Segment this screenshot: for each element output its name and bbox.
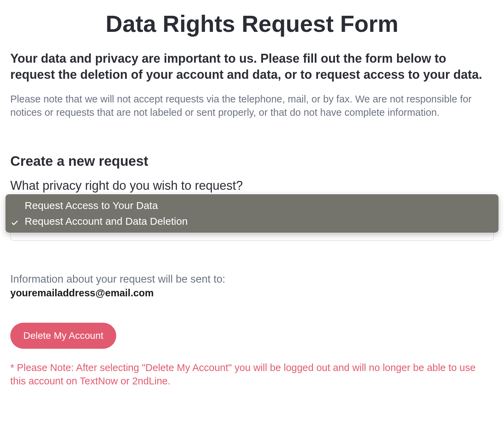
dropdown-option-label: Request Account and Data Deletion <box>25 215 188 227</box>
privacy-right-question: What privacy right do you wish to reques… <box>10 178 494 193</box>
privacy-right-dropdown-list: Request Access to Your Data Request Acco… <box>5 194 499 233</box>
info-sent-to-label: Information about your request will be s… <box>10 273 494 285</box>
delete-warning-text: * Please Note: After selecting "Delete M… <box>10 361 494 388</box>
check-icon <box>11 218 19 225</box>
dropdown-option-label: Request Access to Your Data <box>25 200 158 211</box>
privacy-right-select[interactable]: Request Access to Your Data Request Acco… <box>10 194 494 242</box>
section-title: Create a new request <box>10 153 494 169</box>
disclaimer-text: Please note that we will not accept requ… <box>10 92 494 119</box>
page-title: Data Rights Request Form <box>10 10 494 37</box>
dropdown-option-delete-account[interactable]: Request Account and Data Deletion <box>5 213 499 229</box>
intro-text: Your data and privacy are important to u… <box>10 51 494 83</box>
dropdown-option-access-data[interactable]: Request Access to Your Data <box>5 198 499 213</box>
delete-my-account-button[interactable]: Delete My Account <box>10 323 116 349</box>
user-email: youremailaddress@email.com <box>10 287 494 299</box>
